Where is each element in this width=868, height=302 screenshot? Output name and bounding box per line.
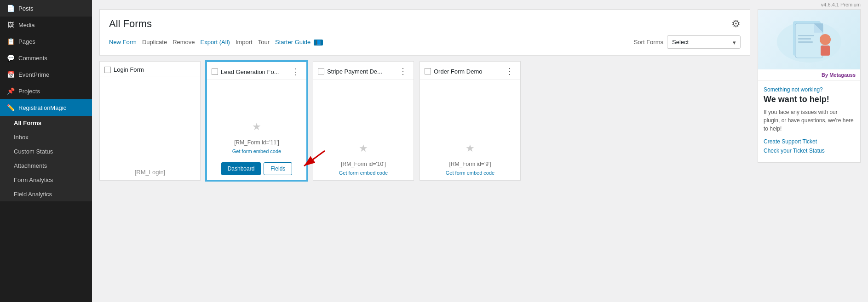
sidebar-item-label: RegistrationMagic — [18, 104, 66, 111]
sidebar-item-inbox[interactable]: Inbox — [0, 130, 92, 144]
projects-icon: 📌 — [6, 87, 15, 95]
form-card-title-login: Login Form — [114, 66, 195, 73]
media-icon: 🖼 — [6, 21, 15, 28]
help-content: Something not working? We want to help! … — [758, 81, 860, 162]
version-bar: v4.6.4.1 Premium — [92, 0, 868, 9]
book-icon: 📘 — [314, 40, 323, 46]
form-card-menu-lead-gen[interactable]: ⋮ — [290, 67, 302, 77]
form-card-body-order: ★ [RM_Form id='9'] Get form embed code — [420, 80, 520, 180]
form-card-header-lead-gen: Lead Generation Fo... ⋮ — [207, 62, 306, 80]
form-card-stripe[interactable]: Stripe Payment De... ⋮ ★ [RM_Form id='10… — [313, 61, 414, 181]
star-icon-order: ★ — [466, 142, 475, 154]
sidebar-item-label: Media — [18, 22, 34, 28]
star-icon-stripe: ★ — [359, 142, 368, 154]
support-ticket-link[interactable]: Create Support Ticket — [764, 138, 855, 145]
form-embed-link-stripe[interactable]: Get form embed code — [339, 170, 388, 176]
help-panel: By Metagauss Something not working? We w… — [750, 9, 861, 295]
sidebar-item-custom-status[interactable]: Custom Status — [0, 144, 92, 159]
starter-guide-link[interactable]: Starter Guide 📘 — [275, 39, 323, 46]
form-card-menu-stripe[interactable]: ⋮ — [397, 66, 409, 76]
form-login-shortcode: [RM_Login] — [135, 169, 165, 176]
main-wrapper: v4.6.4.1 Premium All Forms ⚙ New Form Du… — [92, 0, 868, 302]
form-card-header-login: Login Form — [100, 62, 200, 76]
help-box: By Metagauss Something not working? We w… — [758, 9, 861, 163]
eventprime-icon: 📅 — [6, 71, 15, 78]
by-label: By — [822, 72, 828, 78]
sidebar-item-field-analytics[interactable]: Field Analytics — [0, 187, 92, 201]
sidebar-item-attachments[interactable]: Attachments — [0, 159, 92, 173]
form-card-header-stripe: Stripe Payment De... ⋮ — [313, 62, 414, 80]
main-content: All Forms ⚙ New Form Duplicate Remove Ex… — [92, 9, 868, 302]
sidebar-item-pages[interactable]: 📋 Pages — [0, 33, 92, 50]
sidebar-item-posts[interactable]: 📄 Posts — [0, 0, 92, 17]
help-question: Something not working? — [764, 86, 855, 93]
form-embed-link-lead-gen[interactable]: Get form embed code — [232, 148, 281, 154]
form-card-order[interactable]: Order Form Demo ⋮ ★ [RM_Form id='9'] Get… — [420, 61, 521, 181]
form-card-body-stripe: ★ [RM_Form id='10'] Get form embed code — [313, 80, 414, 180]
sidebar-item-form-analytics[interactable]: Form Analytics — [0, 173, 92, 187]
form-card-actions-lead-gen: Dashboard Fields — [207, 159, 306, 180]
star-icon-lead-gen: ★ — [252, 121, 261, 133]
forms-panel: All Forms ⚙ New Form Duplicate Remove Ex… — [99, 9, 750, 295]
forms-header-box: All Forms ⚙ New Form Duplicate Remove Ex… — [99, 9, 750, 56]
form-checkbox-lead-gen[interactable] — [212, 68, 218, 75]
form-checkbox-login[interactable] — [104, 67, 111, 73]
form-card-title-stripe: Stripe Payment De... — [327, 68, 394, 75]
sort-label: Sort Forms — [634, 39, 663, 46]
form-embed-link-order[interactable]: Get form embed code — [446, 170, 494, 176]
fields-button[interactable]: Fields — [264, 162, 292, 175]
sidebar-item-eventprime[interactable]: 📅 EventPrime — [0, 66, 92, 83]
remove-link[interactable]: Remove — [172, 39, 195, 46]
help-illustration — [758, 10, 860, 69]
form-card-body-login: [RM_Login] — [100, 76, 200, 180]
sort-select[interactable]: Select — [667, 35, 741, 49]
brand-name: Metagauss — [829, 72, 856, 78]
version-text: v4.6.4.1 Premium — [821, 2, 861, 7]
form-shortcode-stripe: [RM_Form id='10'] — [341, 161, 386, 167]
svg-rect-11 — [821, 46, 830, 56]
form-card-login[interactable]: Login Form [RM_Login] — [99, 61, 201, 181]
posts-icon: 📄 — [6, 5, 15, 12]
registrationmagic-icon: ✏️ — [6, 104, 15, 111]
comments-icon: 💬 — [6, 54, 15, 62]
form-card-menu-order[interactable]: ⋮ — [504, 66, 516, 76]
duplicate-link[interactable]: Duplicate — [142, 39, 167, 46]
pages-icon: 📋 — [6, 38, 15, 45]
help-headline: We want to help! — [764, 95, 855, 104]
ticket-status-link[interactable]: Check your Ticket Status — [764, 148, 855, 154]
form-checkbox-order[interactable] — [425, 68, 431, 74]
export-link[interactable]: Export (All) — [201, 39, 230, 46]
form-shortcode-order: [RM_Form id='9'] — [449, 161, 491, 167]
sidebar: 📄 Posts 🖼 Media 📋 Pages 💬 Comments 📅 Eve… — [0, 0, 92, 302]
sort-forms-area: Sort Forms Select — [634, 35, 741, 49]
sidebar-submenu: All Forms Inbox Custom Status Attachment… — [0, 116, 92, 201]
svg-point-10 — [820, 34, 831, 45]
sort-select-wrapper: Select — [667, 35, 741, 49]
tour-link[interactable]: Tour — [258, 39, 270, 46]
new-form-link[interactable]: New Form — [109, 39, 137, 46]
svg-rect-8 — [798, 38, 811, 40]
svg-rect-7 — [798, 35, 814, 36]
form-card-header-order: Order Form Demo ⋮ — [420, 62, 520, 80]
sidebar-item-registrationmagic[interactable]: ✏️ RegistrationMagic — [0, 99, 92, 116]
sidebar-item-all-forms[interactable]: All Forms — [0, 116, 92, 130]
help-text: If you face any issues with our plugin, … — [764, 108, 855, 133]
import-link[interactable]: Import — [236, 39, 253, 46]
help-illustration-svg — [772, 14, 846, 65]
form-card-lead-gen[interactable]: Lead Generation Fo... ⋮ ★ [RM_Form id='1… — [206, 61, 307, 181]
sidebar-item-media[interactable]: 🖼 Media — [0, 17, 92, 33]
form-card-title-lead-gen: Lead Generation Fo... — [221, 68, 287, 75]
sidebar-item-label: EventPrime — [18, 71, 49, 78]
page-title: All Forms — [109, 18, 152, 30]
form-card-body-lead-gen: ★ [RM_Form id='11'] Get form embed code — [207, 80, 306, 159]
dashboard-button[interactable]: Dashboard — [221, 162, 261, 175]
sidebar-item-comments[interactable]: 💬 Comments — [0, 50, 92, 66]
settings-button[interactable]: ⚙ — [731, 18, 741, 30]
forms-title-row: All Forms ⚙ — [109, 18, 741, 30]
sidebar-item-label: Posts — [18, 5, 34, 12]
sidebar-item-projects[interactable]: 📌 Projects — [0, 83, 92, 99]
forms-grid: Login Form [RM_Login] Lead Generation Fo… — [99, 61, 750, 181]
form-checkbox-stripe[interactable] — [318, 68, 324, 74]
form-card-title-order: Order Form Demo — [434, 68, 501, 75]
form-shortcode-lead-gen: [RM_Form id='11'] — [234, 139, 279, 146]
